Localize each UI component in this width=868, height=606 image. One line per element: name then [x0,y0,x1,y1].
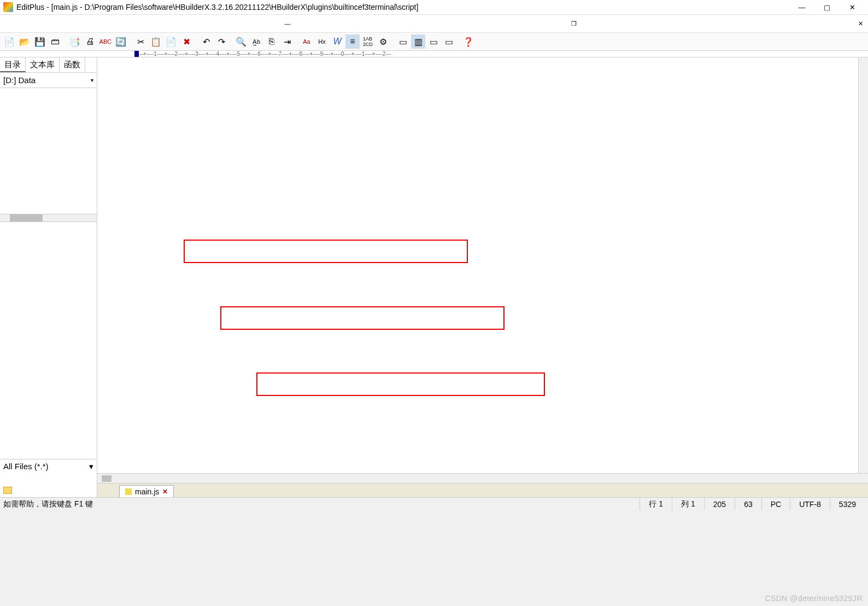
paste-button[interactable]: 📄 [164,34,178,49]
left-panel-tabs: 目录 文本库 函数 [0,57,97,73]
ruler: ----+----1----+----2----+----3----+----4… [0,51,868,57]
print-button[interactable]: 🖨 [83,34,97,49]
app-icon [3,2,13,12]
numbers-button[interactable]: 1AB2CD [361,34,375,49]
undo-button[interactable]: ↶ [199,34,213,49]
font-size-button[interactable]: Aa [300,34,314,49]
folder-tree[interactable] [0,88,97,214]
doc-tabs-row: main.js ✕ [0,483,868,497]
drive-selector[interactable]: [D:] Data ▾ [0,73,97,88]
highlight-box-1 [184,240,468,263]
close-icon[interactable]: ✕ [162,488,168,496]
status-count1: 205 [704,498,735,510]
open-file-button[interactable]: 📂 [17,34,32,49]
doc-tabs-left-pad [0,483,97,497]
indent-button[interactable]: ⇥ [280,34,294,49]
mdi-close-button[interactable]: ✕ [855,18,866,29]
status-encoding: UTF-8 [790,498,830,510]
minimize-button[interactable]: — [789,0,814,15]
filter-label: All Files (*.*) [3,462,49,471]
tab-functions[interactable]: 函数 [60,57,85,72]
scrollbar-thumb[interactable] [102,475,112,482]
refresh-button[interactable]: 🔄 [114,34,128,49]
tree-hscrollbar[interactable] [0,214,97,222]
status-line: 行 1 [640,498,672,510]
word-button[interactable]: W [330,34,344,49]
chevron-down-icon: ▾ [91,77,93,83]
maximize-button[interactable]: ▢ [814,0,840,15]
replace-button[interactable]: A̲b [249,34,263,49]
fold-column[interactable] [125,57,132,473]
file-filter[interactable]: All Files (*.*) ▾ [0,459,97,473]
close-button[interactable]: ✕ [840,0,865,15]
tab-directory[interactable]: 目录 [0,57,26,72]
code-area[interactable] [132,57,858,473]
file-list[interactable] [0,222,97,222]
window-title: EditPlus - [main.js - D:\Program Files\s… [16,3,789,11]
help-button[interactable]: ❓ [461,34,476,49]
panel4-button[interactable]: ▭ [442,34,456,49]
copy-button[interactable]: 📋 [149,34,163,49]
status-col: 列 1 [672,498,704,510]
doc-tab-main-js[interactable]: main.js ✕ [119,485,174,497]
status-mode: PC [761,498,790,510]
doc-tabs: main.js ✕ [97,483,868,497]
highlight-box-2 [220,306,505,330]
mdi-restore-button[interactable]: ❐ [568,18,579,29]
mdi-minimize-button[interactable]: — [282,18,293,29]
redo-button[interactable]: ↷ [214,34,228,49]
cut-button[interactable]: ✂ [133,34,148,49]
new-file-button[interactable]: 📄 [2,34,16,49]
delete-button[interactable]: ✖ [179,34,193,49]
goto-button[interactable]: ⎘ [265,34,279,49]
watermark: CSDN @determine5329JR [765,594,863,603]
toolbar: 📄 📂 💾 🗃 📑 🖨 ABC 🔄 ✂ 📋 📄 ✖ ↶ ↷ 🔍 A̲b ⎘ ⇥ … [0,32,868,51]
settings-button[interactable]: ⚙ [376,34,390,49]
panel2-button[interactable]: ▥ [411,34,425,49]
panel1-button[interactable]: ▭ [396,34,410,49]
status-help: 如需帮助，请按键盘 F1 键 [3,499,93,509]
doc-tab-label: main.js [135,487,159,496]
js-icon [125,488,132,495]
tab-library[interactable]: 文本库 [26,57,60,72]
scrollbar-thumb[interactable] [10,214,43,222]
title-bar: EditPlus - [main.js - D:\Program Files\s… [0,0,868,15]
editor-vscrollbar[interactable] [858,57,868,473]
editor-hscrollbar[interactable] [97,473,868,483]
drive-label: [D:] Data [3,75,36,85]
folder-icon [3,487,12,494]
line-gutter [97,57,125,473]
status-count2: 63 [735,498,761,510]
copy-file-button[interactable]: 📑 [68,34,82,49]
left-panel: 目录 文本库 函数 [D:] Data ▾ All Files (*.*) ▾ [0,57,97,473]
chevron-down-icon: ▾ [89,462,93,471]
editor[interactable] [97,57,868,473]
save-button[interactable]: 💾 [33,34,47,49]
spellcheck-button[interactable]: ABC [98,34,113,49]
wrap-button[interactable]: ≡ [345,34,360,49]
ruler-cursor [134,51,139,57]
hex-button[interactable]: Hx [315,34,329,49]
highlight-box-3 [256,372,545,396]
status-bar: 如需帮助，请按键盘 F1 键 行 1 列 1 205 63 PC UTF-8 5… [0,497,868,510]
menu-bar: — ❐ ✕ [0,15,868,32]
panel3-button[interactable]: ▭ [426,34,441,49]
save-all-button[interactable]: 🗃 [48,34,62,49]
find-button[interactable]: 🔍 [234,34,248,49]
main-area: 目录 文本库 函数 [D:] Data ▾ All Files (*.*) ▾ [0,57,868,473]
status-size: 5329 [830,498,865,510]
